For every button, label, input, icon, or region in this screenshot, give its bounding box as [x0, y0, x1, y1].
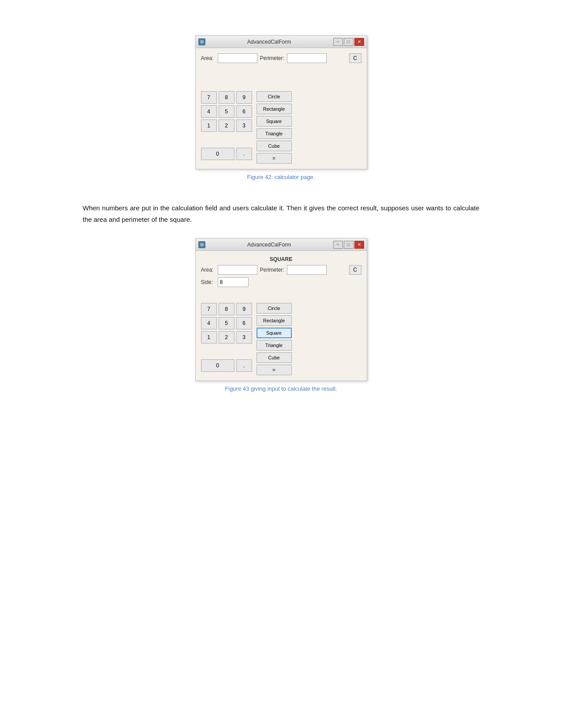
- btn-7-1[interactable]: 7: [201, 91, 217, 104]
- minimize-button-1[interactable]: −: [333, 38, 343, 46]
- figure2-caption: Figure 43 giving input to calculate the …: [225, 385, 337, 392]
- shape-buttons-2: Circle Rectangle Square Triangle Cube =: [257, 303, 292, 375]
- equals-button-1[interactable]: =: [257, 153, 292, 164]
- window-controls-1: − □ ✕: [333, 38, 364, 46]
- btn-8-1[interactable]: 8: [219, 91, 234, 104]
- triangle-button-1[interactable]: Triangle: [257, 128, 292, 139]
- area-label-1: Area:: [201, 55, 215, 61]
- circle-button-2[interactable]: Circle: [257, 303, 292, 314]
- shape-buttons-1: Circle Rectangle Square Triangle Cube =: [257, 91, 292, 164]
- circle-button-1[interactable]: Circle: [257, 91, 292, 102]
- app-icon-2: [198, 241, 205, 248]
- btn-9-1[interactable]: 9: [236, 91, 252, 104]
- figure1-caption: Figure 42: calculator page.: [247, 174, 315, 180]
- maximize-button-2[interactable]: □: [344, 241, 354, 249]
- clear-button-2[interactable]: C: [349, 265, 361, 275]
- btn-dot-2[interactable]: .: [236, 359, 252, 372]
- maximize-button-1[interactable]: □: [344, 38, 354, 46]
- btn-6-1[interactable]: 6: [236, 105, 252, 118]
- window-2: AdvancedCalForm − □ ✕ SQUARE Area: Perim…: [195, 238, 367, 381]
- btn-8-2[interactable]: 8: [219, 303, 234, 315]
- minimize-button-2[interactable]: −: [333, 241, 343, 249]
- btn-3-2[interactable]: 3: [236, 331, 252, 343]
- titlebar-2: AdvancedCalForm − □ ✕: [196, 239, 367, 251]
- btn-6-2[interactable]: 6: [236, 317, 252, 329]
- btn-2-1[interactable]: 2: [219, 119, 234, 132]
- rectangle-button-2[interactable]: Rectangle: [257, 315, 292, 326]
- window-1: AdvancedCalForm − □ ✕ Area: Perimeter: C: [195, 35, 367, 169]
- close-button-1[interactable]: ✕: [354, 38, 364, 46]
- window-body-1: Area: Perimeter: C 7 8 9 4 5 6 1: [196, 48, 367, 169]
- window-controls-2: − □ ✕: [333, 241, 364, 249]
- btn-1-1[interactable]: 1: [201, 119, 217, 132]
- square-button-2[interactable]: Square: [257, 328, 292, 338]
- calc-area-2: 7 8 9 4 5 6 1 2 3 0 .: [201, 303, 361, 375]
- side-input-2[interactable]: [218, 277, 249, 287]
- titlebar-1: AdvancedCalForm − □ ✕: [196, 36, 367, 48]
- app-icon-1: [198, 38, 205, 45]
- equals-button-2[interactable]: =: [257, 365, 292, 375]
- numpad-grid-2: 7 8 9 4 5 6 1 2 3: [201, 303, 252, 358]
- window-body-2: SQUARE Area: Perimeter: C Side: 7: [196, 251, 367, 381]
- numpad-grid-1: 7 8 9 4 5 6 1 2 3: [201, 91, 252, 146]
- rectangle-button-1[interactable]: Rectangle: [257, 104, 292, 114]
- close-button-2[interactable]: ✕: [354, 241, 364, 249]
- window-title-1: AdvancedCalForm: [205, 39, 333, 45]
- perimeter-input-1[interactable]: [287, 53, 327, 63]
- numpad-section-1: 7 8 9 4 5 6 1 2 3 0 .: [201, 91, 252, 164]
- btn-0-2[interactable]: 0: [201, 359, 234, 372]
- area-perimeter-row-2: Area: Perimeter: C: [201, 265, 361, 275]
- window-title-2: AdvancedCalForm: [205, 242, 333, 248]
- btn-9-2[interactable]: 9: [236, 303, 252, 315]
- btn-3-1[interactable]: 3: [236, 119, 252, 132]
- area-input-1[interactable]: [218, 53, 257, 63]
- btn-1-2[interactable]: 1: [201, 331, 217, 343]
- perimeter-input-2[interactable]: [287, 265, 327, 275]
- perimeter-label-1: Perimeter:: [260, 55, 284, 61]
- btn-dot-1[interactable]: .: [236, 148, 252, 160]
- triangle-button-2[interactable]: Triangle: [257, 340, 292, 351]
- area-input-2[interactable]: [218, 265, 257, 275]
- cube-button-2[interactable]: Cube: [257, 352, 292, 363]
- side-label-2: Side:: [201, 279, 215, 285]
- window-subtitle-2: SQUARE: [201, 256, 361, 262]
- perimeter-label-2: Perimeter:: [260, 267, 284, 273]
- btn-4-1[interactable]: 4: [201, 105, 217, 118]
- btn-0-1[interactable]: 0: [201, 148, 234, 160]
- btn-5-1[interactable]: 5: [219, 105, 234, 118]
- square-button-1[interactable]: Square: [257, 116, 292, 127]
- area-label-2: Area:: [201, 267, 215, 273]
- numpad-section-2: 7 8 9 4 5 6 1 2 3 0 .: [201, 303, 252, 375]
- btn-5-2[interactable]: 5: [219, 317, 234, 329]
- btn-7-2[interactable]: 7: [201, 303, 217, 315]
- btn-4-2[interactable]: 4: [201, 317, 217, 329]
- calc-area-1: 7 8 9 4 5 6 1 2 3 0 .: [201, 91, 361, 164]
- body-text: When numbers are put in the calculation …: [83, 202, 480, 225]
- cube-button-1[interactable]: Cube: [257, 141, 292, 151]
- area-perimeter-row-1: Area: Perimeter: C: [201, 53, 361, 63]
- btn-2-2[interactable]: 2: [219, 331, 234, 343]
- side-row-2: Side:: [201, 277, 361, 287]
- clear-button-1[interactable]: C: [349, 53, 361, 63]
